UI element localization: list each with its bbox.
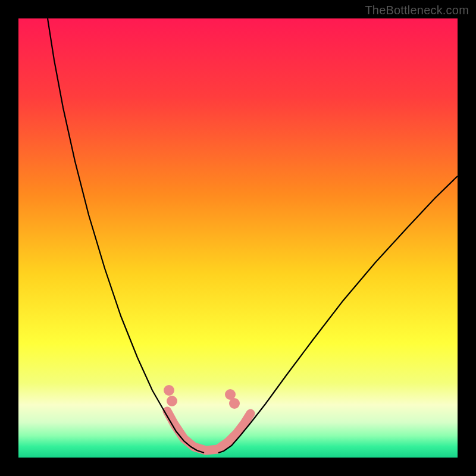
highlight-dot-1 <box>167 396 177 406</box>
highlight-dot-3 <box>229 398 240 409</box>
chart-frame: TheBottleneck.com <box>0 0 476 476</box>
watermark-text: TheBottleneck.com <box>365 4 469 17</box>
highlight-dot-0 <box>164 385 174 396</box>
plot-area <box>18 18 458 458</box>
gradient-background <box>18 18 458 458</box>
chart-svg <box>18 18 458 458</box>
